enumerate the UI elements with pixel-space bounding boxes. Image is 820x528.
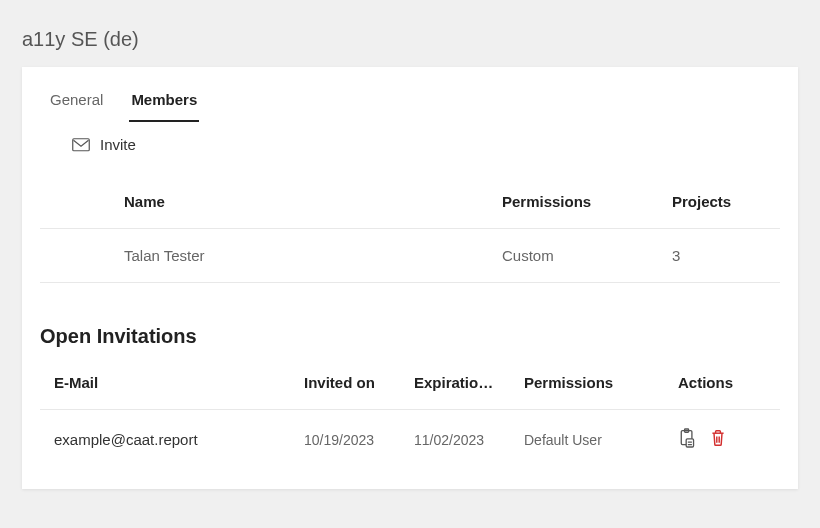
members-card: General Members Invite Name Permissions …: [22, 67, 798, 489]
col-header-expiration: Expiratio…: [414, 374, 524, 391]
invitations-table-header: E-Mail Invited on Expiratio… Permissions…: [40, 356, 780, 409]
invite-label: Invite: [100, 136, 136, 153]
table-row[interactable]: Talan Tester Custom 3: [40, 229, 780, 283]
col-header-permissions: Permissions: [524, 374, 678, 391]
members-table: Name Permissions Projects Talan Tester C…: [22, 167, 798, 303]
clipboard-icon[interactable]: [678, 428, 696, 451]
envelope-icon: [72, 138, 90, 152]
svg-rect-3: [686, 439, 693, 447]
page-title: a11y SE (de): [0, 0, 820, 67]
tab-general[interactable]: General: [48, 83, 105, 122]
col-header-email: E-Mail: [54, 374, 304, 391]
tabs: General Members: [22, 67, 798, 122]
invitation-email: example@caat.report: [54, 431, 304, 448]
trash-icon[interactable]: [710, 429, 726, 450]
invitation-expiration: 11/02/2023: [414, 432, 524, 448]
table-row: example@caat.report 10/19/2023 11/02/202…: [40, 409, 780, 469]
col-header-projects: Projects: [672, 193, 750, 210]
member-projects: 3: [672, 247, 750, 264]
invitation-permissions: Default User: [524, 432, 678, 448]
invite-button[interactable]: Invite: [22, 122, 798, 167]
col-header-invited-on: Invited on: [304, 374, 414, 391]
col-header-permissions: Permissions: [502, 193, 672, 210]
col-header-actions: Actions: [678, 374, 758, 391]
member-permissions: Custom: [502, 247, 672, 264]
svg-rect-0: [73, 139, 90, 151]
invitation-actions: [678, 428, 758, 451]
tab-members[interactable]: Members: [129, 83, 199, 122]
member-name: Talan Tester: [124, 247, 502, 264]
col-header-name: Name: [124, 193, 502, 210]
invitation-invited-on: 10/19/2023: [304, 432, 414, 448]
members-table-header: Name Permissions Projects: [40, 175, 780, 229]
open-invitations-title: Open Invitations: [22, 303, 798, 356]
invitations-table: E-Mail Invited on Expiratio… Permissions…: [22, 356, 798, 489]
